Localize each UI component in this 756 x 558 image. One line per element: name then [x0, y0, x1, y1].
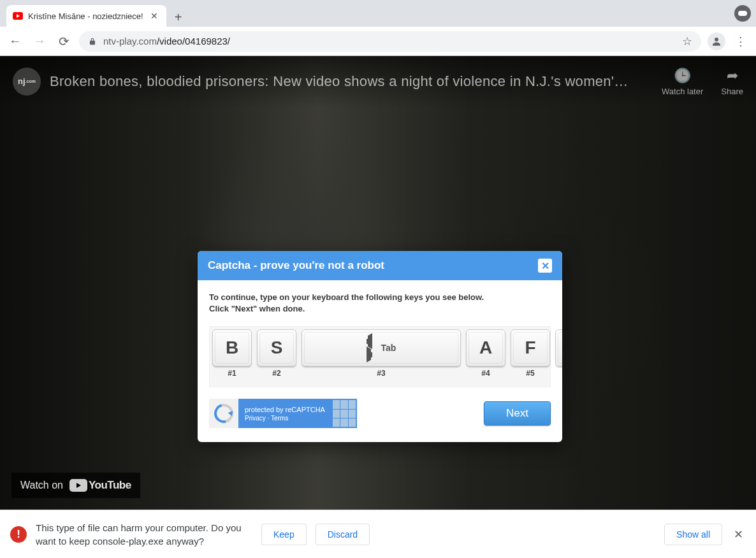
channel-logo-icon[interactable]: nj.com	[13, 68, 41, 96]
youtube-play-icon	[69, 479, 87, 492]
tab-close-button[interactable]: ✕	[149, 10, 160, 22]
download-discard-button[interactable]: Discard	[316, 524, 370, 545]
incognito-icon	[734, 5, 751, 22]
captcha-key-num-5: #5	[526, 369, 534, 378]
forward-button[interactable]: →	[31, 32, 48, 50]
video-top-overlay: nj.com Broken bones, bloodied prisoners:…	[0, 56, 756, 107]
browser-tab[interactable]: Kristīne Misāne - noziedzniece! ✕	[6, 5, 166, 27]
recaptcha-links[interactable]: Privacy · Terms	[245, 415, 325, 422]
person-icon	[711, 36, 722, 47]
recaptcha-spinner-icon	[211, 401, 237, 427]
captcha-key-num-2: #2	[272, 369, 280, 378]
back-button[interactable]: ←	[6, 32, 24, 50]
reload-button[interactable]: ⟳	[55, 32, 73, 50]
youtube-logo: YouTube	[69, 479, 131, 492]
watch-later-button[interactable]: 🕒 Watch later	[662, 68, 703, 96]
captcha-title: Captcha - prove you're not a robot	[208, 259, 384, 272]
captcha-key-b: B	[212, 329, 252, 366]
recaptcha-thumbnails-icon	[331, 399, 357, 428]
youtube-favicon-icon	[13, 12, 23, 20]
clock-icon: 🕒	[674, 68, 691, 84]
captcha-key-f: F	[511, 329, 550, 366]
captcha-next-button[interactable]: Next	[484, 401, 551, 426]
captcha-close-button[interactable]: ✕	[538, 259, 552, 273]
address-bar[interactable]: ntv-play.com/video/04169823/ ☆	[79, 31, 701, 52]
svg-point-0	[715, 38, 718, 41]
recaptcha-text: protected by reCAPTCHA	[245, 406, 325, 413]
captcha-instructions: To continue, type on your keyboard the f…	[209, 292, 551, 315]
captcha-modal-header: Captcha - prove you're not a robot ✕	[198, 251, 562, 280]
share-icon: ➦	[727, 68, 738, 84]
page-content: nj.com Broken bones, bloodied prisoners:…	[0, 56, 756, 510]
captcha-key-a: A	[466, 329, 505, 366]
url-text: ntv-play.com/video/04169823/	[103, 36, 230, 46]
download-warning-text: This type of file can harm your computer…	[36, 521, 252, 548]
watch-later-label: Watch later	[662, 87, 703, 96]
captcha-key-num-3: #3	[377, 369, 385, 378]
share-button[interactable]: ➦ Share	[721, 68, 743, 96]
download-show-all-button[interactable]: Show all	[664, 524, 722, 545]
captcha-key-s: S	[257, 329, 296, 366]
captcha-key-enter: Enter	[555, 329, 562, 366]
share-label: Share	[721, 87, 743, 96]
download-keep-button[interactable]: Keep	[261, 524, 307, 545]
video-title: Broken bones, bloodied prisoners: New vi…	[50, 73, 662, 90]
bookmark-star-icon[interactable]: ☆	[682, 34, 692, 48]
browser-toolbar: ← → ⟳ ntv-play.com/video/04169823/ ☆ ⋮	[0, 27, 756, 56]
browser-menu-button[interactable]: ⋮	[732, 32, 750, 50]
tab-title: Kristīne Misāne - noziedzniece!	[28, 11, 143, 21]
captcha-key-num-4: #4	[481, 369, 490, 378]
profile-button[interactable]	[708, 32, 725, 50]
watch-on-label: Watch on	[20, 480, 63, 491]
warning-icon: !	[10, 526, 27, 543]
captcha-key-num-1: #1	[228, 369, 236, 378]
download-bar: ! This type of file can harm your comput…	[0, 510, 756, 558]
lock-icon	[88, 37, 97, 46]
youtube-text: YouTube	[89, 479, 131, 492]
tab-arrows-icon	[367, 336, 372, 361]
recaptcha-badge[interactable]: protected by reCAPTCHA Privacy · Terms	[209, 399, 357, 428]
watch-on-youtube-button[interactable]: Watch on YouTube	[11, 473, 140, 498]
new-tab-button[interactable]: +	[173, 11, 184, 23]
tab-strip: Kristīne Misāne - noziedzniece! ✕ +	[0, 0, 756, 27]
download-bar-close-button[interactable]: ✕	[734, 527, 743, 541]
captcha-modal: Captcha - prove you're not a robot ✕ To …	[198, 251, 562, 442]
captcha-keys-row: B #1 S #2 Tab #3	[209, 326, 551, 387]
captcha-key-tab: Tab	[302, 329, 461, 366]
